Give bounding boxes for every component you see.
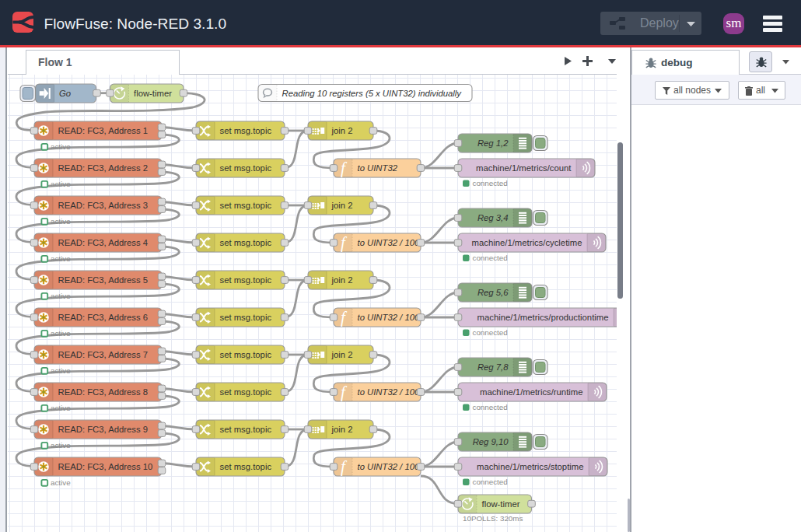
svg-text:active: active <box>51 366 71 375</box>
svg-text:READ: FC3, Address 4: READ: FC3, Address 4 <box>58 238 149 247</box>
svg-text:to UINT32 / 100: to UINT32 / 100 <box>358 313 420 322</box>
svg-text:Reg 9,10: Reg 9,10 <box>473 437 509 446</box>
svg-text:set msg.topic: set msg.topic <box>220 425 272 434</box>
svg-text:active: active <box>51 217 71 226</box>
svg-text:Reg 5,6: Reg 5,6 <box>477 288 509 297</box>
svg-text:join 2: join 2 <box>331 350 353 359</box>
svg-text:Reg 3,4: Reg 3,4 <box>477 213 509 222</box>
svg-text:to UINT32 / 100: to UINT32 / 100 <box>358 462 420 471</box>
svg-text:active: active <box>51 142 71 151</box>
svg-text:active: active <box>51 254 71 263</box>
svg-text:READ: FC3, Address 8: READ: FC3, Address 8 <box>58 387 149 397</box>
svg-text:set msg.topic: set msg.topic <box>220 238 272 247</box>
svg-text:Reg 1,2: Reg 1,2 <box>477 138 509 148</box>
svg-text:machine/1/metrics/runtime: machine/1/metrics/runtime <box>480 387 582 397</box>
svg-text:to UINT32 / 100: to UINT32 / 100 <box>358 238 420 247</box>
svg-text:join 2: join 2 <box>331 201 353 210</box>
svg-text:READ: FC3, Address 5: READ: FC3, Address 5 <box>58 275 149 285</box>
svg-text:set msg.topic: set msg.topic <box>220 387 272 397</box>
svg-text:active: active <box>51 478 71 487</box>
svg-text:machine/1/metrics/count: machine/1/metrics/count <box>476 163 572 173</box>
svg-text:connected: connected <box>473 478 508 486</box>
svg-text:join 2: join 2 <box>331 126 353 135</box>
svg-text:machine/1/metrics/productionti: machine/1/metrics/productiontime <box>477 313 609 322</box>
svg-text:join 2: join 2 <box>331 275 353 285</box>
svg-text:READ: FC3, Address 10: READ: FC3, Address 10 <box>58 462 153 471</box>
svg-text:connected: connected <box>473 179 508 187</box>
svg-text:READ: FC3, Address 1: READ: FC3, Address 1 <box>58 126 149 135</box>
svg-text:set msg.topic: set msg.topic <box>220 201 272 210</box>
svg-text:flow-timer: flow-timer <box>482 499 520 509</box>
svg-text:machine/1/metrics/cycletime: machine/1/metrics/cycletime <box>472 238 582 247</box>
svg-text:active: active <box>51 180 71 188</box>
svg-text:READ: FC3, Address 6: READ: FC3, Address 6 <box>58 313 149 322</box>
svg-text:set msg.topic: set msg.topic <box>220 163 272 173</box>
svg-text:join 2: join 2 <box>331 425 353 434</box>
svg-text:connected: connected <box>473 254 508 262</box>
svg-text:set msg.topic: set msg.topic <box>220 350 272 359</box>
svg-text:Go: Go <box>59 89 71 98</box>
svg-text:active: active <box>51 329 71 338</box>
svg-text:connected: connected <box>473 403 508 411</box>
svg-text:to UINT32: to UINT32 <box>358 163 398 173</box>
svg-text:10POLLS: 320ms: 10POLLS: 320ms <box>463 514 523 523</box>
svg-text:set msg.topic: set msg.topic <box>220 462 272 471</box>
svg-text:Reading 10 registers (5 x UINT: Reading 10 registers (5 x UINT32) indivi… <box>282 89 463 98</box>
svg-text:READ: FC3, Address 2: READ: FC3, Address 2 <box>58 163 149 173</box>
svg-text:READ: FC3, Address 9: READ: FC3, Address 9 <box>58 425 149 434</box>
svg-text:set msg.topic: set msg.topic <box>220 275 272 285</box>
svg-text:active: active <box>51 441 71 450</box>
svg-text:machine/1/metrics/stoptime: machine/1/metrics/stoptime <box>477 462 584 471</box>
svg-text:to UINT32 / 100: to UINT32 / 100 <box>358 387 420 397</box>
svg-text:READ: FC3, Address 7: READ: FC3, Address 7 <box>58 350 149 359</box>
svg-text:active: active <box>51 292 71 300</box>
svg-text:active: active <box>51 404 71 412</box>
svg-text:set msg.topic: set msg.topic <box>220 313 272 322</box>
svg-text:set msg.topic: set msg.topic <box>220 126 272 135</box>
svg-text:READ: FC3, Address 3: READ: FC3, Address 3 <box>58 201 149 210</box>
svg-text:flow-timer: flow-timer <box>134 89 172 98</box>
svg-text:connected: connected <box>473 328 508 337</box>
svg-text:Reg 7,8: Reg 7,8 <box>477 362 509 372</box>
